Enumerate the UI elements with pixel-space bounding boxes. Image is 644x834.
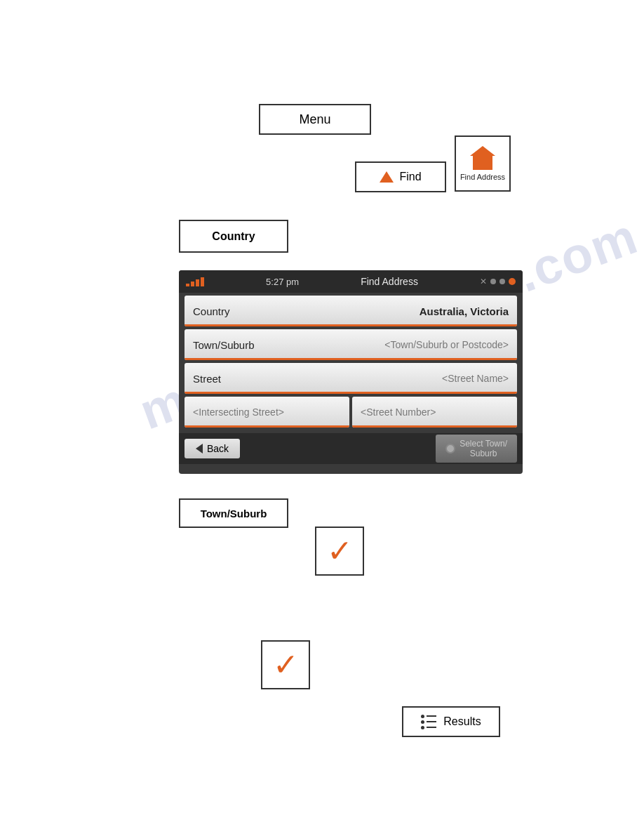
dot-icon-2: [499, 279, 505, 284]
signal-bars-icon: [186, 277, 204, 286]
device-screen: 5:27 pm Find Address ✕ Country Australia…: [179, 270, 523, 474]
country-label-text: Country: [212, 230, 255, 243]
country-row-label: Country: [193, 305, 230, 317]
town-suburb-label-text: Town/Suburb: [201, 508, 267, 519]
street-number-placeholder: <Street Number>: [361, 406, 436, 418]
dot-orange-icon: [509, 278, 516, 285]
gear-icon: [445, 444, 455, 454]
find-triangle-icon: [380, 171, 394, 183]
find-button-label: Find: [399, 171, 421, 183]
country-row[interactable]: Country Australia, Victoria: [185, 296, 517, 326]
checkmark-box-1[interactable]: ✓: [315, 527, 364, 576]
menu-button[interactable]: Menu: [259, 104, 371, 135]
country-label-box[interactable]: Country: [179, 220, 288, 253]
split-row: <Intersecting Street> <Street Number>: [185, 397, 517, 428]
street-row-placeholder: <Street Name>: [442, 373, 509, 384]
results-button-label: Results: [443, 715, 481, 728]
status-bar: 5:27 pm Find Address ✕: [179, 270, 523, 293]
select-town-suburb-button[interactable]: Select Town/Suburb: [436, 435, 517, 463]
country-row-value: Australia, Victoria: [420, 305, 509, 317]
house-icon: [470, 146, 495, 170]
select-town-button-label: Select Town/Suburb: [459, 439, 507, 458]
intersecting-street-placeholder: <Intersecting Street>: [193, 406, 284, 418]
status-title: Find Address: [361, 276, 418, 287]
checkmark-icon-1: ✓: [327, 536, 353, 567]
form-area: Country Australia, Victoria Town/Suburb …: [179, 293, 523, 430]
back-button[interactable]: Back: [185, 439, 240, 458]
bottom-bar: Back Select Town/Suburb: [179, 433, 523, 464]
dot-icon-1: [490, 279, 496, 284]
find-button[interactable]: Find: [355, 161, 446, 192]
find-address-icon-button[interactable]: Find Address: [455, 135, 511, 192]
back-button-label: Back: [207, 443, 229, 454]
list-icon: [421, 715, 436, 729]
town-suburb-label-box[interactable]: Town/Suburb: [179, 498, 288, 528]
checkmark-icon-2: ✓: [273, 649, 299, 680]
street-number-row[interactable]: <Street Number>: [352, 397, 517, 428]
street-row-label: Street: [193, 373, 221, 385]
town-suburb-row[interactable]: Town/Suburb <Town/Suburb or Postcode>: [185, 329, 517, 360]
status-time: 5:27 pm: [266, 277, 299, 287]
checkmark-box-2[interactable]: ✓: [261, 640, 310, 689]
results-button[interactable]: Results: [402, 706, 500, 737]
find-address-label: Find Address: [460, 173, 505, 181]
back-arrow-icon: [196, 444, 203, 454]
intersecting-street-row[interactable]: <Intersecting Street>: [185, 397, 349, 428]
town-suburb-row-placeholder: <Town/Suburb or Postcode>: [384, 339, 509, 350]
street-row[interactable]: Street <Street Name>: [185, 363, 517, 394]
status-right-icons: ✕: [480, 277, 516, 286]
town-suburb-row-label: Town/Suburb: [193, 339, 255, 351]
x-icon: ✕: [480, 277, 487, 286]
